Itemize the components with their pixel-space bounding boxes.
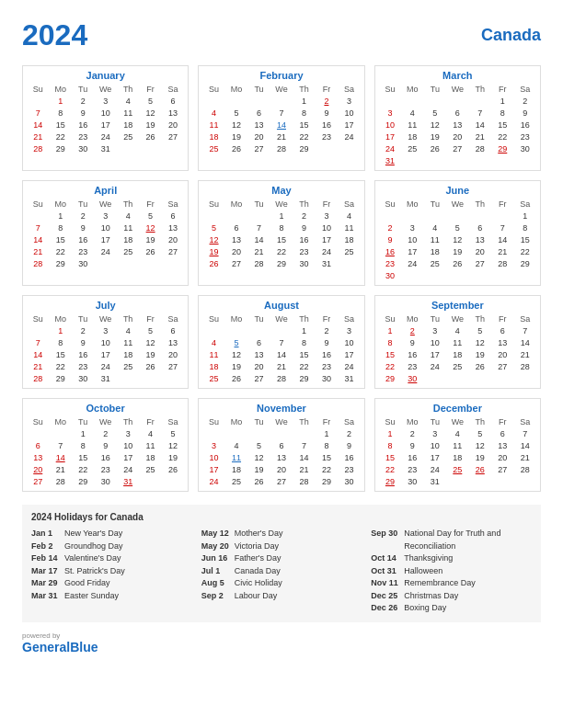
holiday-row: Feb 2Groundhog Day xyxy=(31,540,192,553)
day-cell: 9 xyxy=(72,107,94,119)
day-header: Th xyxy=(469,416,491,427)
day-cell xyxy=(270,427,293,439)
day-cell: 15 xyxy=(316,451,338,463)
day-header: Tu xyxy=(247,313,270,324)
day-header: Th xyxy=(469,199,491,210)
day-cell: 9 xyxy=(338,439,360,451)
day-cell: 5 xyxy=(247,439,270,451)
day-cell: 21 xyxy=(293,463,315,475)
day-cell: 22 xyxy=(270,245,293,257)
day-cell: 4 xyxy=(202,107,224,119)
day-headers: SuMoTuWeThFrSa xyxy=(27,416,184,427)
day-headers: SuMoTuWeThFrSa xyxy=(379,84,536,95)
day-cell: 6 xyxy=(27,439,49,451)
day-cell: 22 xyxy=(316,463,338,475)
day-cell xyxy=(270,95,293,107)
day-cell: 6 xyxy=(491,324,513,336)
day-cell: 28 xyxy=(293,475,315,487)
day-cell: 28 xyxy=(469,142,491,154)
day-cell: 2 xyxy=(94,427,116,439)
day-cell: 24 xyxy=(379,142,401,154)
day-header: Mo xyxy=(401,199,423,210)
month-block-june: JuneSuMoTuWeThFrSa1234567891011121314151… xyxy=(374,180,541,286)
day-cell: 23 xyxy=(293,245,315,257)
day-cell: 29 xyxy=(293,372,315,384)
day-cell: 25 xyxy=(446,360,468,372)
holiday-row: Dec 25Christmas Day xyxy=(371,590,532,603)
day-cell: 19 xyxy=(139,233,161,245)
holiday-date: Sep 30 xyxy=(371,528,400,552)
day-cell xyxy=(139,475,161,487)
days-grid: 1234567891011121314151617181920212223242… xyxy=(379,324,536,384)
day-cell: 1 xyxy=(379,427,401,439)
day-cell: 10 xyxy=(94,336,116,348)
day-cell: 3 xyxy=(316,210,338,222)
day-cell: 26 xyxy=(424,142,446,154)
day-header: Mo xyxy=(49,313,71,324)
day-cell: 3 xyxy=(424,427,446,439)
day-header: Tu xyxy=(247,199,270,210)
day-header: Sa xyxy=(162,416,184,427)
day-header: Th xyxy=(117,313,139,324)
day-cell: 14 xyxy=(49,451,71,463)
day-cell: 27 xyxy=(469,257,491,269)
holiday-name: Easter Sunday xyxy=(64,590,119,603)
month-title: May xyxy=(202,185,360,196)
day-cell: 20 xyxy=(491,348,513,360)
day-cell: 20 xyxy=(491,451,513,463)
day-cell: 27 xyxy=(491,463,513,475)
day-cell: 4 xyxy=(446,427,468,439)
day-cell: 7 xyxy=(270,336,293,348)
days-grid: 1234567891011121314151617181920212223242… xyxy=(202,427,360,487)
day-header: Fr xyxy=(316,416,338,427)
day-cell: 3 xyxy=(401,222,423,233)
month-title: October xyxy=(27,403,184,414)
day-cell: 11 xyxy=(202,348,224,360)
day-cell xyxy=(247,95,270,107)
day-header: Mo xyxy=(401,84,423,95)
day-cell: 18 xyxy=(139,451,161,463)
day-cell xyxy=(379,210,401,222)
day-cell: 11 xyxy=(401,119,423,131)
day-cell: 17 xyxy=(316,233,338,245)
day-cell: 2 xyxy=(401,427,423,439)
holiday-name: Good Friday xyxy=(64,577,110,590)
day-cell: 1 xyxy=(293,324,315,336)
day-cell: 4 xyxy=(225,439,247,451)
day-cell: 19 xyxy=(225,131,247,142)
day-cell: 15 xyxy=(49,119,71,131)
day-cell: 13 xyxy=(247,348,270,360)
day-header: We xyxy=(270,84,293,95)
day-cell: 15 xyxy=(49,233,71,245)
day-cell: 15 xyxy=(379,348,401,360)
day-cell: 22 xyxy=(49,245,71,257)
day-cell: 24 xyxy=(424,360,446,372)
day-cell xyxy=(424,210,446,222)
day-cell: 21 xyxy=(514,348,536,360)
day-cell: 17 xyxy=(202,463,224,475)
day-cell: 6 xyxy=(225,222,247,233)
day-cell: 26 xyxy=(469,360,491,372)
day-cell: 7 xyxy=(469,107,491,119)
day-cell: 26 xyxy=(202,257,224,269)
day-cell: 19 xyxy=(202,245,224,257)
day-cell: 30 xyxy=(401,475,423,487)
day-cell: 2 xyxy=(338,427,360,439)
day-cell: 31 xyxy=(117,475,139,487)
day-cell: 29 xyxy=(72,475,94,487)
day-cell: 13 xyxy=(446,119,468,131)
day-cell: 8 xyxy=(293,107,315,119)
day-cell xyxy=(117,142,139,154)
day-cell: 21 xyxy=(27,131,49,142)
day-cell: 25 xyxy=(202,142,224,154)
month-title: February xyxy=(202,70,360,81)
day-cell: 12 xyxy=(139,336,161,348)
day-cell: 31 xyxy=(338,372,360,384)
days-grid: 1234567891011121314151617181920212223242… xyxy=(379,427,536,487)
day-header: Su xyxy=(379,313,401,324)
holiday-row: Sep 2Labour Day xyxy=(201,590,362,603)
day-cell: 3 xyxy=(338,95,360,107)
day-cell: 4 xyxy=(446,324,468,336)
day-headers: SuMoTuWeThFrSa xyxy=(27,199,184,210)
day-headers: SuMoTuWeThFrSa xyxy=(202,199,360,210)
